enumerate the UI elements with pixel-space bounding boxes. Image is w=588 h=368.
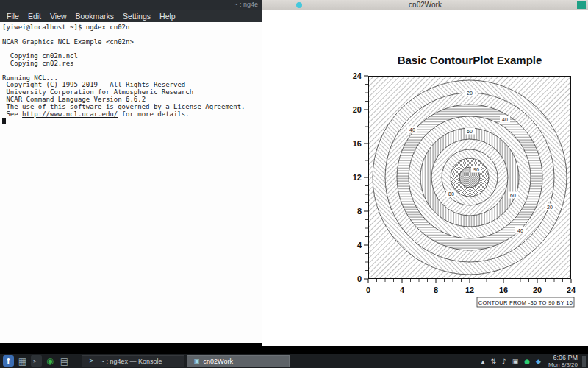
- menu-view[interactable]: View: [46, 12, 71, 21]
- x-tick-label: 20: [533, 286, 542, 294]
- clipboard-icon[interactable]: ▣: [512, 358, 519, 365]
- device-icon[interactable]: ◆: [536, 358, 541, 365]
- contour-plot: Basic ContourPlot Example 20: [262, 10, 587, 345]
- contour-info-text: CONTOUR FROM -30 TO 90 BY 10: [478, 300, 573, 306]
- terminal-line: Copying cn02.res: [2, 60, 262, 68]
- konsole-title-text: ~ : ng4e: [234, 1, 258, 8]
- activities-icon[interactable]: ◉: [45, 355, 56, 367]
- task-label: ~ : ng4ex — Konsole: [101, 358, 162, 365]
- menu-settings[interactable]: Settings: [118, 12, 155, 21]
- app-launcher-icon[interactable]: f: [3, 355, 14, 367]
- y-tick-label: 4: [357, 241, 362, 250]
- terminal-cursor-line: [2, 118, 262, 127]
- y-tick-label: 24: [353, 71, 362, 80]
- cn02work-task-icon: ▣: [194, 358, 200, 364]
- clock-time: 6:06 PM: [548, 354, 578, 361]
- contour-label-20: 20: [467, 91, 473, 96]
- files-icon[interactable]: ▤: [59, 355, 70, 367]
- panel-edge-handle[interactable]: [582, 356, 586, 367]
- pager-icon[interactable]: ▦: [17, 355, 28, 367]
- contour-label-40: 40: [517, 228, 523, 233]
- x-axis-labels: 0 4 8 12 16 20 24: [366, 286, 576, 294]
- y-axis-labels: 24 20 16 12 8 4 0: [353, 71, 362, 283]
- system-tray: ▴ ⇅ ♪ ▣ ● ◆: [481, 358, 548, 365]
- konsole-menubar: File Edit View Bookmarks Settings Help: [0, 10, 262, 22]
- clock-widget[interactable]: 6:06 PM Mon 8/3/20: [548, 354, 582, 368]
- menu-help[interactable]: Help: [155, 12, 180, 21]
- contour-label-90: 90: [473, 167, 479, 172]
- konsole-task-icon: >_: [89, 358, 97, 364]
- terminal-cursor: [2, 118, 6, 124]
- contour-label-40: 40: [409, 127, 415, 132]
- y-tick-label: 8: [357, 207, 362, 216]
- cn02work-titlebar[interactable]: cn02Work: [262, 0, 588, 10]
- contour-label-60: 60: [467, 129, 473, 134]
- terminal-line: NCAR Graphics NCL Example <cn02n>: [2, 39, 262, 46]
- y-tick-label: 0: [357, 275, 362, 283]
- konsole-window: ~ : ng4e File Edit View Bookmarks Settin…: [0, 0, 262, 343]
- task-label: cn02Work: [204, 358, 233, 365]
- x-major-ticks: [368, 279, 571, 283]
- launcher-area: f ▦ >_ ◉ ▤: [0, 355, 70, 367]
- x-tick-label: 8: [434, 286, 438, 294]
- status-green-icon[interactable]: ●: [524, 358, 530, 365]
- taskbar: f ▦ >_ ◉ ▤ >_ ~ : ng4ex — Konsole ▣ cn02…: [0, 353, 588, 368]
- menu-file[interactable]: File: [2, 12, 24, 21]
- task-konsole[interactable]: >_ ~ : ng4ex — Konsole: [82, 355, 184, 367]
- see-prefix: See: [2, 110, 22, 118]
- contour-rings: [373, 80, 567, 275]
- y-tick-label: 16: [353, 139, 362, 148]
- contour-info-box: CONTOUR FROM -30 TO 90 BY 10: [477, 297, 574, 307]
- terminal-line: See http://www.ncl.ucar.edu/ for more de…: [2, 111, 262, 118]
- x-tick-label: 4: [400, 286, 405, 294]
- plot-canvas: Basic ContourPlot Example 20: [262, 10, 587, 345]
- contour-label-40: 40: [502, 117, 508, 122]
- close-button[interactable]: [577, 1, 586, 9]
- x-tick-label: 12: [465, 286, 474, 294]
- x-tick-label: 16: [499, 286, 508, 294]
- menu-bookmarks[interactable]: Bookmarks: [71, 12, 119, 21]
- desktop: ~ : ng4e File Edit View Bookmarks Settin…: [0, 0, 588, 368]
- expand-tray-icon[interactable]: ▴: [481, 358, 485, 365]
- task-cn02work[interactable]: ▣ cn02Work: [187, 355, 290, 367]
- cn02work-title-text: cn02Work: [409, 1, 442, 9]
- contour-label-80: 80: [448, 191, 454, 197]
- terminal-output[interactable]: [yiwei@localhost ~]$ ng4ex cn02n NCAR Gr…: [0, 22, 262, 343]
- window-icon: [296, 2, 302, 8]
- konsole-launcher-icon[interactable]: >_: [31, 355, 42, 367]
- network-icon[interactable]: ⇅: [490, 358, 496, 365]
- x-tick-label: 0: [366, 286, 370, 294]
- konsole-titlebar[interactable]: ~ : ng4e: [0, 0, 262, 10]
- contour-label-20: 20: [547, 205, 553, 210]
- cn02work-window: cn02Work: [262, 0, 588, 346]
- y-tick-label: 12: [353, 173, 362, 182]
- clock-date: Mon 8/3/20: [548, 361, 578, 368]
- x-tick-label: 24: [567, 286, 576, 294]
- y-tick-label: 20: [353, 105, 362, 114]
- volume-icon[interactable]: ♪: [502, 358, 506, 365]
- terminal-line: [yiwei@localhost ~]$ ng4ex cn02n: [2, 24, 262, 32]
- task-manager: >_ ~ : ng4ex — Konsole ▣ cn02Work: [82, 355, 290, 367]
- see-suffix: for more details.: [118, 110, 190, 118]
- ncl-link[interactable]: http://www.ncl.ucar.edu/: [22, 110, 118, 118]
- menu-edit[interactable]: Edit: [24, 12, 46, 21]
- contour-label-60: 60: [510, 193, 516, 198]
- y-major-ticks: [364, 76, 368, 279]
- plot-title: Basic ContourPlot Example: [398, 54, 542, 66]
